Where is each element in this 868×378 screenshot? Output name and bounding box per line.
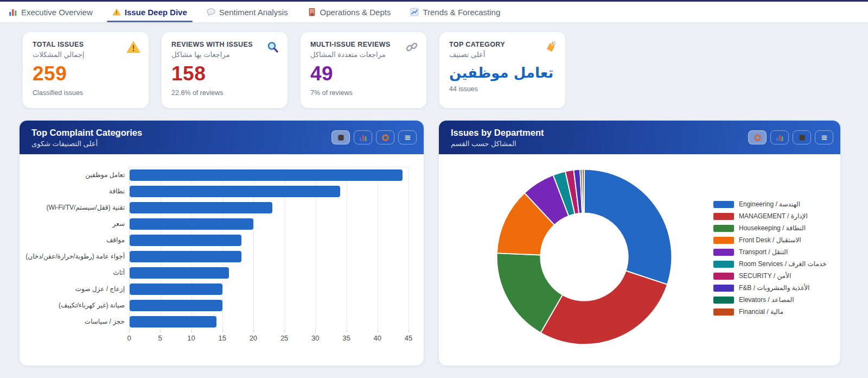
legend-label: Transport / التنقل (739, 248, 788, 256)
donut-legend: Engineering / الهندسةMANAGEMENT / الإدار… (713, 200, 827, 316)
complaint-bar[interactable] (130, 186, 340, 197)
chart-toolbar-bar-chart-button[interactable] (770, 130, 789, 144)
bar-category-label: صيانة (غير كهرباء/تكييف) (25, 297, 129, 313)
kpi-caption: 7% of reviews (310, 89, 417, 97)
kpi-value: 49 (310, 64, 417, 84)
complaint-bar[interactable] (130, 169, 403, 181)
tab-bar: Executive OverviewIssue Deep DiveSentime… (0, 2, 868, 23)
panel-header-text: Top Complaint Categories أعلى التصنيفات … (31, 128, 142, 148)
chart-toolbar-square-button[interactable] (793, 130, 811, 144)
chart-toolbar-donut-button[interactable] (376, 130, 394, 144)
kpi-caption: Classified issues (33, 89, 139, 97)
complaint-bar[interactable] (130, 235, 241, 246)
panel-subtitle-arabic: أعلى التصنيفات شكوى (31, 140, 142, 148)
kpi-label-arabic: أعلى تصنيف (449, 51, 556, 59)
legend-item[interactable]: Elevators / المصاعد (713, 296, 827, 304)
x-tick-label: 35 (342, 334, 350, 342)
link-icon (405, 41, 418, 54)
x-tick-label: 40 (374, 334, 381, 342)
kpi-card-multi-issue-reviews: MULTI-ISSUE REVIEWSمراجعات متعددة المشاك… (301, 32, 426, 108)
bar-row (130, 313, 409, 330)
warning-icon (126, 41, 141, 53)
x-tick-label: 5 (158, 334, 162, 342)
x-tick-mark (284, 330, 285, 332)
kpi-card-total-issues: TOTAL ISSUESإجمالي المشكلات259Classified… (23, 32, 149, 108)
bar-row (130, 232, 409, 249)
tab-label: Sentiment Analysis (219, 8, 288, 17)
tab-label: Executive Overview (21, 8, 93, 17)
legend-item[interactable]: MANAGEMENT / الإدارة (713, 212, 827, 220)
donut-slice-management[interactable]: MANAGEMENT / الإدارة: 73 (541, 270, 667, 344)
legend-item[interactable]: Housekeeping / النظافة (713, 224, 827, 232)
tab-sentiment-analysis[interactable]: Sentiment Analysis (207, 2, 288, 22)
kpi-value: 259 (33, 64, 139, 84)
bar-row (130, 216, 409, 232)
legend-item[interactable]: Front Desk / الاستقبال (713, 236, 827, 244)
chart-toolbar-menu-button[interactable] (815, 130, 833, 144)
legend-label: Engineering / الهندسة (739, 200, 800, 208)
legend-item[interactable]: Transport / التنقل (713, 248, 827, 256)
bar-row (130, 297, 409, 313)
square-icon (798, 134, 806, 142)
complaint-bar[interactable] (130, 218, 253, 230)
panel-header: Top Complaint Categories أعلى التصنيفات … (20, 121, 424, 154)
tab-label: Operations & Depts (320, 8, 391, 17)
panel-issues-by-department: Issues by Department المشاكل حسب القسم E… (439, 121, 840, 366)
x-tick-label: 30 (311, 334, 319, 342)
chart-toolbar-donut-button[interactable] (748, 130, 767, 144)
x-tick-mark (222, 330, 223, 332)
legend-item[interactable]: Engineering / الهندسة (713, 200, 827, 208)
kpi-label-arabic: إجمالي المشكلات (33, 51, 139, 59)
legend-swatch (713, 237, 734, 244)
bar-category-label: إزعاج / عزل صوت (25, 281, 129, 297)
kpi-caption: 44 issues (449, 85, 556, 93)
tab-issue-deep-dive[interactable]: Issue Deep Dive (112, 2, 187, 22)
donut-slice-engineering[interactable]: Engineering / الهندسة: 78 (584, 169, 672, 285)
speech-bubble-icon (207, 8, 215, 16)
x-tick-mark (129, 330, 130, 332)
panel-header-text: Issues by Department المشاكل حسب القسم (451, 128, 544, 148)
complaint-bar[interactable] (130, 300, 222, 311)
legend-label: Financial / مالية (739, 308, 783, 316)
magnifier-icon (266, 41, 279, 54)
bar-category-label: مواقف (25, 232, 129, 248)
bar-chart-labels: تعامل موظفيننظافةتقنية (قفل/سيستم/Wi-Fi/… (25, 167, 129, 346)
complaint-bar[interactable] (130, 316, 216, 327)
panel-title: Top Complaint Categories (31, 128, 142, 138)
legend-label: Elevators / المصاعد (739, 296, 794, 304)
chart-toolbar-square-button[interactable] (331, 130, 350, 144)
chart-toolbar-menu-button[interactable] (398, 130, 417, 144)
legend-item[interactable]: Financial / مالية (713, 308, 827, 316)
tab-executive-overview[interactable]: Executive Overview (9, 2, 93, 22)
bar-row (130, 200, 409, 216)
x-tick-mark (253, 330, 254, 332)
kpi-label: TOTAL ISSUES (33, 41, 139, 48)
x-gridline (409, 167, 409, 330)
tab-operations-depts[interactable]: Operations & Depts (308, 2, 391, 22)
kpi-value: تعامل موظفين (449, 66, 556, 80)
legend-item[interactable]: SECURITY / الأمن (713, 272, 827, 280)
chart-toolbar-bar-chart-button[interactable] (354, 130, 372, 144)
legend-item[interactable]: Room Services / خدمات الغرف (713, 260, 827, 268)
x-tick-label: 0 (127, 334, 131, 342)
legend-label: MANAGEMENT / الإدارة (739, 212, 808, 220)
complaint-bar[interactable] (130, 284, 222, 295)
donut-chart: Engineering / الهندسة: 78MANAGEMENT / ال… (439, 154, 840, 366)
x-tick-mark (347, 330, 347, 332)
legend-item[interactable]: F&B / الأغذية والمشروبات (713, 284, 827, 292)
tab-trends-forecasting[interactable]: Trends & Forecasting (410, 2, 500, 22)
complaint-bar[interactable] (130, 251, 241, 262)
panel-subtitle-arabic: المشاكل حسب القسم (451, 140, 544, 148)
square-icon (337, 134, 345, 142)
complaint-bar[interactable] (130, 267, 229, 279)
kpi-caption: 22.6% of reviews (171, 89, 278, 97)
legend-label: F&B / الأغذية والمشروبات (739, 284, 809, 292)
bar-row (130, 281, 409, 297)
kpi-row: TOTAL ISSUESإجمالي المشكلات259Classified… (20, 32, 848, 108)
bar-chart-icon (359, 134, 367, 142)
complaint-bar[interactable] (130, 202, 272, 213)
tag-icon (544, 41, 557, 54)
tab-label: Issue Deep Dive (125, 8, 187, 17)
kpi-value: 158 (171, 64, 278, 84)
kpi-label: REVIEWS WITH ISSUES (171, 41, 278, 48)
